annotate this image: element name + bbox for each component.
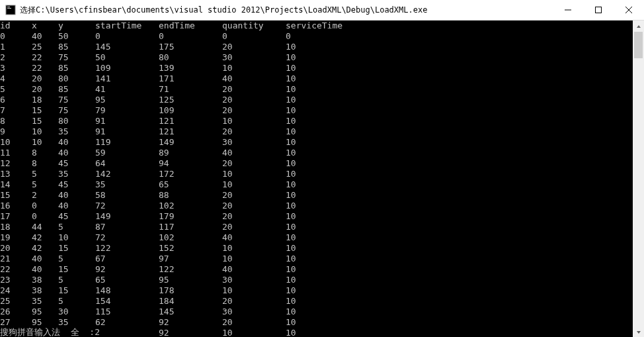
cell-endTime: 89 [159,148,222,158]
cell-id: 13 [0,169,32,179]
cell-y: 40 [58,190,95,201]
cell-id: 22 [0,264,32,275]
cell-startTime: 67 [95,254,159,264]
cell-startTime: 92 [95,264,159,275]
app-icon [5,5,16,15]
cell-id: 16 [0,201,32,211]
cell-serviceTime: 0 [286,31,291,42]
cell-startTime: 72 [95,232,159,243]
cell-x: 44 [32,222,58,232]
table-row: 253551541842010 [0,296,632,307]
svg-rect-1 [7,7,10,7]
cell-id: 24 [0,285,32,296]
table-row: 91035911212010 [0,126,632,137]
cell-x: 42 [32,232,58,243]
cell-serviceTime: 10 [286,243,296,254]
cell-y: 35 [58,317,95,328]
table-row: 61875951252010 [0,95,632,105]
cell-serviceTime: 10 [286,158,296,169]
maximize-button[interactable] [583,0,614,20]
cell-quantity: 40 [222,148,286,158]
cell-quantity: 30 [222,275,286,285]
cell-endTime: 109 [159,105,222,116]
table-row: 71575791092010 [0,105,632,116]
cell-id: 5 [0,84,32,95]
cell-serviceTime: 10 [286,285,296,296]
scroll-thumb[interactable] [634,32,643,58]
cell-serviceTime: 10 [286,126,296,137]
table-row: 81580911211010 [0,116,632,126]
cell-quantity: 20 [222,105,286,116]
cell-x: 8 [32,148,58,158]
cell-y: 45 [58,211,95,222]
minimize-button[interactable] [553,0,583,20]
cell-quantity: 20 [222,84,286,95]
cell-serviceTime: 10 [286,179,296,190]
cell-id: 17 [0,211,32,222]
cell-x: 20 [32,84,58,95]
table-row: 420801411714010 [0,73,632,84]
cell-y: 15 [58,285,95,296]
cell-serviceTime: 10 [286,190,296,201]
col-id: id [0,21,32,31]
cell-x: 5 [32,179,58,190]
cell-endTime: 175 [159,42,222,52]
cell-y: 85 [58,63,95,73]
close-button[interactable] [614,0,644,20]
svg-rect-2 [7,8,11,9]
table-row: 2042151221521010 [0,243,632,254]
col-serviceTime: serviceTime [286,21,342,31]
cell-y: 30 [58,307,95,317]
svg-rect-4 [596,7,602,13]
cell-startTime: 122 [95,243,159,254]
cell-quantity: 10 [222,285,286,296]
cell-id: 25 [0,296,32,307]
cell-y: 40 [58,148,95,158]
col-startTime: startTime [95,21,159,31]
table-row: 1524058882010 [0,190,632,201]
cell-y: 85 [58,42,95,52]
table-row: 18445871172010 [0,222,632,232]
cell-quantity: 20 [222,222,286,232]
titlebar[interactable]: 选择C:\Users\cfinsbear\documents\visual st… [0,0,644,21]
cell-y: 80 [58,73,95,84]
table-row: 5208541712010 [0,84,632,95]
cell-endTime: 145 [159,307,222,317]
cell-endTime: 171 [159,73,222,84]
cell-quantity: 30 [222,52,286,63]
table-row: 2695301151453010 [0,307,632,317]
cell-quantity: 20 [222,317,286,328]
cell-endTime: 92 [159,328,222,337]
cell-endTime: 117 [159,222,222,232]
cell-id: 9 [0,126,32,137]
scroll-down-button[interactable] [633,326,644,337]
cell-x: 42 [32,243,58,254]
cell-y: 75 [58,105,95,116]
scroll-up-button[interactable] [633,21,644,32]
cell-y: 85 [58,84,95,95]
cell-endTime: 125 [159,95,222,105]
cell-endTime: 172 [159,169,222,179]
cell-quantity: 30 [222,307,286,317]
table-row: 2140567971010 [0,254,632,264]
console-output[interactable]: idxystartTimeendTimequantityserviceTime0… [0,21,632,337]
cell-id: 1 [0,42,32,52]
svg-marker-7 [637,25,641,28]
cell-id: 20 [0,243,32,254]
cell-serviceTime: 10 [286,148,296,158]
cell-startTime: 95 [95,95,159,105]
cell-endTime: 121 [159,116,222,126]
cell-endTime: 122 [159,264,222,275]
cell-startTime: 119 [95,137,159,148]
vertical-scrollbar[interactable] [633,21,644,337]
cell-id: 2 [0,52,32,63]
cell-x: 35 [32,296,58,307]
cell-y: 45 [58,179,95,190]
cell-x: 10 [32,137,58,148]
cell-startTime: 149 [95,211,159,222]
cell-id: 18 [0,222,32,232]
cell-startTime: 148 [95,285,159,296]
table-row: 16040721022010 [0,201,632,211]
table-row: 27953562922010 [0,317,632,328]
cell-y: 80 [58,116,95,126]
